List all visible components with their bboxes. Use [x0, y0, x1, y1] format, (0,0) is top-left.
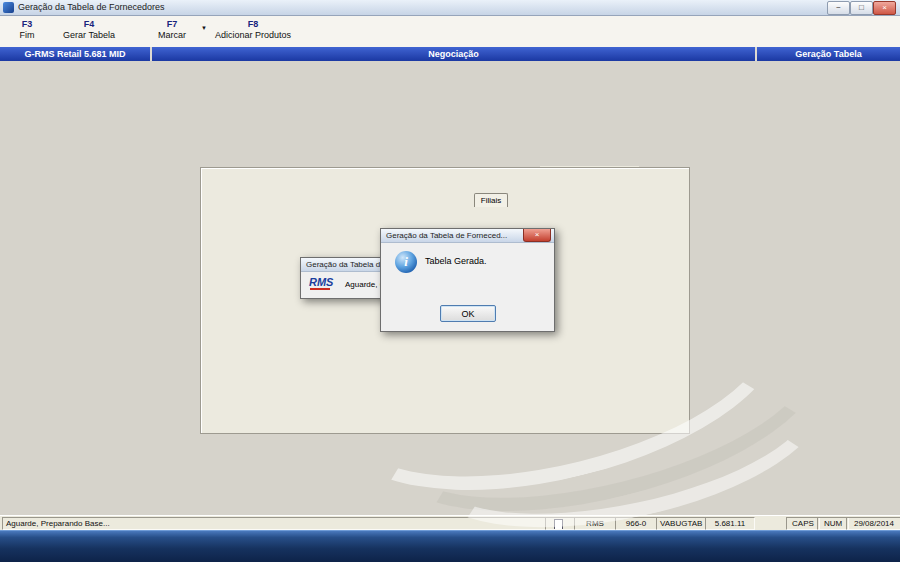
status-ca: CAPS [786, 517, 820, 530]
status-program: VABUGTAB [656, 517, 706, 530]
f4-key-label: F4 [54, 19, 124, 29]
info-icon: i [395, 251, 417, 273]
f3-key-label: F3 [6, 19, 48, 29]
module-segment: Negociação [152, 47, 755, 61]
screen-segment: Geração Tabela [757, 47, 900, 61]
tabela-gerada-dialog: Geração da Tabela de Forneced... × i Tab… [380, 228, 555, 332]
f8-key-label: F8 [210, 19, 296, 29]
toolbar-item-fim[interactable]: F3 Fim [6, 19, 48, 40]
status-store: 966-0 [615, 517, 657, 530]
restore-button[interactable]: □ [850, 1, 873, 15]
status-doc-cell [545, 517, 575, 530]
f7-key-label: F7 [146, 19, 198, 29]
rms-logo-underline [310, 288, 330, 290]
marcar-label: Marcar [146, 30, 198, 40]
application-window: Geração da Tabela de Fornecedores − □ × … [0, 0, 900, 562]
minimize-button[interactable]: − [827, 1, 850, 15]
toolbar-item-gerar-tabela[interactable]: F4 Gerar Tabela [54, 19, 124, 40]
dialog-close-button[interactable]: × [523, 229, 551, 242]
status-message: Aguarde, Preparando Base... [2, 517, 546, 530]
app-header-bar: G-RMS Retail 5.681 MID Negociação Geraçã… [0, 47, 900, 61]
dialog-message: Tabela Gerada. [425, 256, 487, 266]
status-num: NUM [817, 517, 849, 530]
status-date: 29/08/2014 [846, 517, 900, 530]
adicionar-produtos-label: Adicionar Produtos [210, 30, 296, 40]
document-icon [554, 519, 563, 530]
status-bar: Aguarde, Preparando Base... RMS 966-0 VA… [0, 515, 900, 531]
status-version: 5.681.11 [705, 517, 755, 530]
tab-filiais[interactable]: Filiais [474, 193, 508, 207]
taskbar: ⊞ e ▶ O L co W + FMS FMS PT ▲ ⚑ 09:12 29… [0, 530, 900, 562]
gerar-tabela-label: Gerar Tabela [54, 30, 124, 40]
app-icon [3, 2, 14, 13]
toolbar-item-marcar[interactable]: F7 Marcar [146, 19, 198, 40]
toolbar-item-adicionar-produtos[interactable]: F8 Adicionar Produtos [210, 19, 296, 40]
function-toolbar: F3 Fim F4 Gerar Tabela F7 Marcar ▼ F8 Ad… [0, 16, 900, 48]
close-button[interactable]: × [873, 1, 896, 15]
fim-label: Fim [6, 30, 48, 40]
status-app: RMS [574, 517, 616, 530]
marcar-dropdown-arrow[interactable]: ▼ [201, 25, 207, 31]
title-bar: Geração da Tabela de Fornecedores − □ × [0, 0, 900, 16]
app-version-segment: G-RMS Retail 5.681 MID [0, 47, 150, 61]
ok-button[interactable]: OK [440, 305, 496, 322]
window-title: Geração da Tabela de Fornecedores [18, 2, 164, 12]
rms-logo: RMS [309, 276, 333, 288]
